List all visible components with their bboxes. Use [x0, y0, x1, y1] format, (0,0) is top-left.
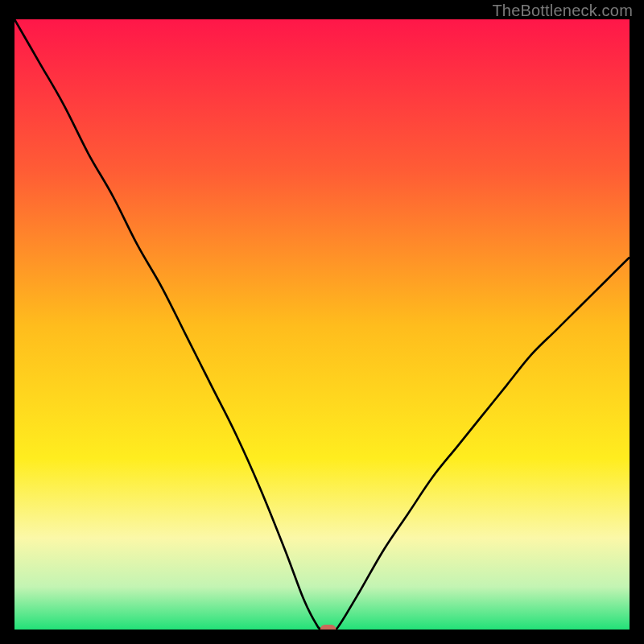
watermark-text: TheBottleneck.com [492, 2, 633, 20]
gradient-background [14, 19, 630, 630]
marker-layer [320, 625, 336, 630]
plot-area [14, 19, 630, 630]
plot-svg [14, 19, 630, 630]
min-point-marker [320, 625, 336, 630]
figure: TheBottleneck.com [0, 0, 644, 644]
